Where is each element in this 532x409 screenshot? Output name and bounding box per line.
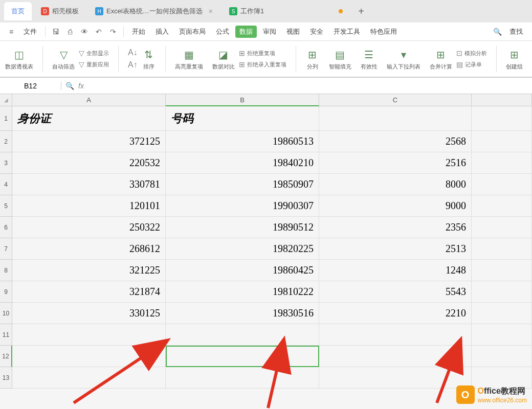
close-icon[interactable]: × [209, 7, 213, 15]
cell-a1[interactable]: 身份证 [12, 106, 166, 131]
ribbon-show-all[interactable]: ▽全部显示 [79, 49, 109, 57]
cell-d1[interactable] [472, 106, 532, 131]
cell[interactable]: 220532 [12, 152, 166, 174]
menu-search[interactable]: 查找 [505, 27, 527, 36]
cell[interactable] [472, 260, 532, 281]
cell[interactable] [472, 303, 532, 324]
cell[interactable]: 2210 [319, 303, 472, 324]
cell[interactable]: 2568 [319, 131, 472, 152]
cell[interactable] [12, 324, 166, 346]
cell[interactable]: 19840210 [166, 152, 319, 174]
ribbon-record[interactable]: ▤记录单 [456, 60, 487, 69]
cell[interactable]: 19850907 [166, 174, 319, 195]
cell-b12[interactable] [166, 346, 319, 367]
cell[interactable]: 2356 [319, 217, 472, 238]
ribbon-filter[interactable]: ▽ 自动筛选 [52, 48, 75, 71]
cell-reference-input[interactable]: B12 [0, 82, 61, 90]
col-header-c[interactable]: C [319, 94, 472, 106]
col-header-b[interactable]: B [166, 94, 319, 106]
row-header[interactable]: 10 [0, 303, 12, 324]
cell[interactable] [319, 367, 472, 389]
print-icon[interactable]: ⎙ [64, 26, 76, 38]
cell[interactable]: 19820225 [166, 238, 319, 260]
menu-layout[interactable]: 页面布局 [175, 27, 210, 36]
ribbon-validation[interactable]: ◪ 数据对比 [212, 48, 235, 71]
sort-asc-icon[interactable]: A↓ [128, 48, 138, 57]
col-header-d[interactable] [472, 94, 532, 106]
row-header[interactable]: 11 [0, 324, 12, 346]
ribbon-fill[interactable]: ▤ 智能填充 [329, 48, 351, 71]
row-header[interactable]: 4 [0, 174, 12, 195]
cell[interactable]: 372125 [12, 131, 166, 152]
ribbon-reapply[interactable]: ▽重新应用 [79, 60, 109, 69]
ribbon-sort[interactable]: ⇅ 排序 [142, 48, 156, 71]
undo-icon[interactable]: ↶ [93, 26, 105, 38]
cell[interactable] [12, 367, 166, 389]
menu-security[interactable]: 安全 [306, 27, 327, 36]
cell-b1[interactable]: 号码 [166, 106, 319, 131]
cell[interactable]: 120101 [12, 195, 166, 217]
cell[interactable]: 2513 [319, 238, 472, 260]
cell[interactable] [472, 324, 532, 346]
select-all-corner[interactable]: ◢ [0, 94, 12, 106]
cell[interactable] [472, 238, 532, 260]
ribbon-dedup[interactable]: ▦ 高亮重复项 [175, 48, 203, 71]
save-icon[interactable]: 🖫 [50, 26, 62, 38]
menu-insert[interactable]: 插入 [151, 27, 173, 36]
ribbon-dropdown[interactable]: ▾ 输入下拉列表 [387, 48, 420, 71]
cell[interactable] [472, 195, 532, 217]
row-header[interactable]: 12 [0, 346, 12, 367]
cell[interactable]: 321874 [12, 281, 166, 303]
cell[interactable]: 321225 [12, 260, 166, 281]
cell[interactable]: 9000 [319, 195, 472, 217]
cell[interactable]: 19900307 [166, 195, 319, 217]
cell[interactable]: 1248 [319, 260, 472, 281]
cell[interactable]: 19830516 [166, 303, 319, 324]
row-header[interactable]: 8 [0, 260, 12, 281]
ribbon-reject2[interactable]: ⊞拒绝录入重复项 [239, 60, 286, 69]
cell-c1[interactable] [319, 106, 472, 131]
cell[interactable]: 8000 [319, 174, 472, 195]
row-header[interactable]: 1 [0, 106, 12, 131]
row-header[interactable]: 7 [0, 238, 12, 260]
menu-special[interactable]: 特色应用 [366, 27, 401, 36]
cell[interactable]: 5543 [319, 281, 472, 303]
preview-icon[interactable]: 👁 [78, 26, 91, 38]
ribbon-consolidate[interactable]: ⊞ 合并计算 [430, 48, 452, 71]
ribbon-reject[interactable]: ⊞拒绝重复项 [239, 49, 286, 57]
cell[interactable]: 19810222 [166, 281, 319, 303]
tab-excel-doc[interactable]: H Excel表格统…一如何按颜色筛选 × [88, 2, 220, 20]
cell[interactable] [472, 217, 532, 238]
row-header[interactable]: 5 [0, 195, 12, 217]
cell[interactable]: 250322 [12, 217, 166, 238]
cell[interactable]: 2516 [319, 152, 472, 174]
new-tab-button[interactable]: + [352, 6, 370, 17]
zoom-icon[interactable]: 🔍 [65, 82, 74, 90]
cell[interactable] [319, 324, 472, 346]
row-header[interactable]: 2 [0, 131, 12, 152]
search-icon[interactable]: 🔍 [491, 26, 503, 38]
menu-formula[interactable]: 公式 [212, 27, 233, 36]
ribbon-create[interactable]: ⊞ 创建组 [506, 48, 523, 71]
cell[interactable] [166, 367, 319, 389]
cell[interactable]: 19890512 [166, 217, 319, 238]
cell[interactable]: 330125 [12, 303, 166, 324]
cell[interactable] [12, 346, 166, 367]
cell[interactable] [319, 346, 472, 367]
ribbon-split[interactable]: ⊞ 分列 [305, 48, 320, 71]
redo-icon[interactable]: ↷ [107, 26, 119, 38]
row-header[interactable]: 13 [0, 367, 12, 389]
cell[interactable]: 19860513 [166, 131, 319, 152]
menu-review[interactable]: 审阅 [259, 27, 280, 36]
tab-home[interactable]: 首页 [4, 2, 32, 20]
cell[interactable] [472, 131, 532, 152]
tab-template[interactable]: D 稻壳模板 [34, 2, 86, 20]
menu-view[interactable]: 视图 [282, 27, 304, 36]
cell[interactable] [472, 174, 532, 195]
cell[interactable] [166, 324, 319, 346]
cell[interactable]: 19860425 [166, 260, 319, 281]
formula-input[interactable] [88, 82, 528, 90]
cell[interactable]: 330781 [12, 174, 166, 195]
hamburger-icon[interactable]: ≡ [5, 26, 17, 38]
cell[interactable] [472, 152, 532, 174]
